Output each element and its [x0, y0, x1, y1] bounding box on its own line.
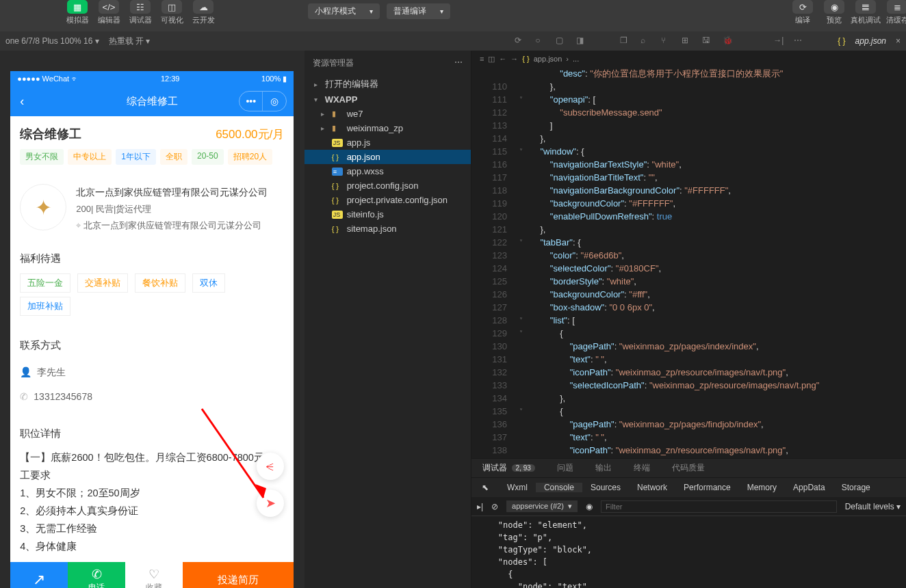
- collapse-icon[interactable]: →|: [773, 36, 784, 46]
- share-button[interactable]: ↗: [10, 562, 68, 588]
- subtab-appdata[interactable]: AppData: [785, 483, 833, 492]
- bp-tab-problems[interactable]: 问题: [546, 459, 584, 477]
- phone-icon: ✆: [92, 567, 102, 582]
- code-editor[interactable]: 110 111 112 113 114 115 116 117 118 119 …: [471, 67, 906, 458]
- bp-tab-debugger[interactable]: 调试器 2, 93: [471, 459, 546, 477]
- console-clear-icon[interactable]: ⊘: [491, 502, 498, 511]
- subtab-console[interactable]: Console: [536, 483, 582, 492]
- file-app-js[interactable]: JSapp.js: [305, 135, 471, 150]
- job-tag: 1年以下: [116, 149, 156, 165]
- file-project-config[interactable]: { }project.config.json: [305, 178, 471, 193]
- compile-type-dropdown[interactable]: 普通编译: [387, 3, 450, 19]
- phone-icon[interactable]: ▢: [556, 36, 567, 46]
- context-select[interactable]: appservice (#2) ▾: [506, 500, 578, 512]
- clear-cache-button[interactable]: ≣清缓存: [881, 0, 906, 25]
- subtab-memory[interactable]: Memory: [739, 483, 785, 492]
- contact-name: 李先生: [37, 366, 66, 377]
- benefit-tag: 加班补贴: [20, 297, 70, 316]
- console-sidebar-icon[interactable]: ▸|: [477, 502, 483, 511]
- open-editors-section[interactable]: ▸打开的编辑器: [305, 76, 471, 92]
- job-tag: 全职: [160, 149, 187, 165]
- page-title: 综合维修工: [127, 95, 178, 108]
- benefit-tag: 双休: [192, 273, 225, 293]
- file-app-wxss[interactable]: ≡app.wxss: [305, 164, 471, 178]
- compile-button[interactable]: ⟳编译: [787, 0, 818, 25]
- levels-dropdown[interactable]: Default levels ▾: [845, 502, 901, 511]
- split-icon[interactable]: ◨: [576, 36, 587, 46]
- files-icon[interactable]: ❐: [620, 36, 631, 46]
- bottom-panel: 调试器 2, 93 问题 输出 终端 代码质量 ⬉ Wxml Console S…: [471, 458, 906, 588]
- subtab-storage[interactable]: Storage: [833, 483, 879, 492]
- bc-back-icon[interactable]: ←: [499, 55, 506, 63]
- grid-icon[interactable]: ⊞: [682, 36, 693, 46]
- simulator-button[interactable]: ▦模拟器: [62, 0, 93, 25]
- location-icon: ⌖: [76, 220, 81, 230]
- capsule-close-icon[interactable]: ◎: [263, 92, 286, 111]
- contact-title: 联系方式: [20, 339, 284, 352]
- editor-button[interactable]: </>编辑器: [93, 0, 125, 25]
- capsule-menu-icon[interactable]: •••: [240, 92, 263, 111]
- favorite-button[interactable]: ♡收藏: [125, 562, 183, 588]
- share-icon: ↗: [33, 571, 45, 588]
- tab-file[interactable]: app.json: [855, 36, 886, 46]
- phone-frame: ●●●●● WeChat ᯤ 12:39 100% ▮ ‹ 综合维修工 ••• …: [10, 71, 294, 588]
- job-tag: 中专以上: [68, 149, 112, 165]
- bp-tab-output[interactable]: 输出: [584, 459, 623, 477]
- status-bar: ●●●●● WeChat ᯤ 12:39 100% ▮: [10, 71, 294, 86]
- benefit-tag: 餐饮补贴: [135, 273, 185, 293]
- submit-button[interactable]: 投递简历: [183, 562, 294, 588]
- tab-close-icon[interactable]: ×: [896, 36, 901, 46]
- hot-reload-toggle[interactable]: 热重载 开 ▾: [109, 36, 151, 47]
- branch-icon[interactable]: ⑂: [661, 36, 672, 46]
- details-text: 【一】底薪2600！包吃包住。月综合工资6800-7800元 工要求 1、男女不…: [20, 449, 284, 556]
- bottom-action-bar: ↗ ✆电话 ♡收藏 投递简历: [10, 562, 294, 588]
- cloud-button[interactable]: ☁云开发: [187, 0, 219, 25]
- project-root[interactable]: ▾WXAPP: [305, 92, 471, 107]
- bug-icon[interactable]: 🐞: [723, 36, 734, 46]
- folder-we7[interactable]: ▸▮we7: [305, 107, 471, 121]
- console-output[interactable]: "node": "element", "tag": "p", "tagType"…: [471, 516, 906, 588]
- filter-input[interactable]: [601, 500, 837, 513]
- contact-phone: 13312345678: [34, 391, 92, 402]
- file-siteinfo[interactable]: JSsiteinfo.js: [305, 207, 471, 222]
- visual-button[interactable]: ◫可视化: [156, 0, 187, 25]
- explorer-title: 资源管理器: [313, 57, 354, 69]
- inspect-icon[interactable]: ⬉: [471, 483, 499, 492]
- job-tag: 男女不限: [20, 149, 64, 165]
- file-sitemap[interactable]: { }sitemap.json: [305, 222, 471, 236]
- search-icon[interactable]: ⌕: [640, 36, 651, 46]
- subtab-performance[interactable]: Performance: [675, 483, 739, 492]
- company-section[interactable]: ✦ 北京一点到家供应链管理有限公司元谋分公司 200| 民营|货运代理 ⌖ 北京…: [10, 174, 294, 243]
- save-icon[interactable]: 🖫: [702, 36, 713, 46]
- mode-dropdown[interactable]: 小程序模式: [308, 3, 380, 19]
- job-tags: 男女不限 中专以上 1年以下 全职 20-50 招聘20人: [20, 149, 284, 165]
- real-debug-button[interactable]: 𝌆真机调试: [850, 0, 881, 25]
- subtab-sources[interactable]: Sources: [582, 483, 629, 492]
- circle-icon[interactable]: ○: [535, 36, 546, 46]
- subtab-network[interactable]: Network: [629, 483, 675, 492]
- more-icon[interactable]: ⋯: [794, 36, 805, 46]
- details-title: 职位详情: [20, 427, 284, 440]
- folder-weixinmao[interactable]: ▸▮weixinmao_zp: [305, 121, 471, 135]
- bc-forward-icon[interactable]: →: [510, 55, 518, 63]
- bp-tab-quality[interactable]: 代码质量: [661, 459, 716, 477]
- debugger-button[interactable]: ☷调试器: [125, 0, 156, 25]
- file-project-private[interactable]: { }project.private.config.json: [305, 193, 471, 207]
- file-app-json[interactable]: { }app.json: [305, 150, 471, 164]
- preview-button[interactable]: ◉预览: [818, 0, 850, 25]
- back-icon[interactable]: ‹: [20, 94, 24, 109]
- subtab-wxml[interactable]: Wxml: [499, 483, 536, 492]
- phone-button[interactable]: ✆电话: [68, 562, 125, 588]
- device-selector[interactable]: one 6/7/8 Plus 100% 16 ▾: [5, 36, 99, 46]
- bc-menu-icon[interactable]: ≡: [480, 55, 484, 63]
- bc-bookmark-icon[interactable]: ◫: [488, 55, 495, 64]
- eye-icon[interactable]: ◉: [586, 502, 593, 511]
- explorer-more-icon[interactable]: ⋯: [454, 57, 463, 69]
- bp-tab-terminal[interactable]: 终端: [623, 459, 661, 477]
- job-tag: 20-50: [192, 149, 224, 165]
- job-tag: 招聘20人: [228, 149, 272, 165]
- refresh-icon[interactable]: ⟳: [515, 36, 526, 46]
- benefits-title: 福利待遇: [20, 252, 284, 265]
- phone-icon: ✆: [20, 391, 28, 402]
- file-explorer: 资源管理器⋯ ▸打开的编辑器 ▾WXAPP ▸▮we7 ▸▮weixinmao_…: [305, 51, 471, 588]
